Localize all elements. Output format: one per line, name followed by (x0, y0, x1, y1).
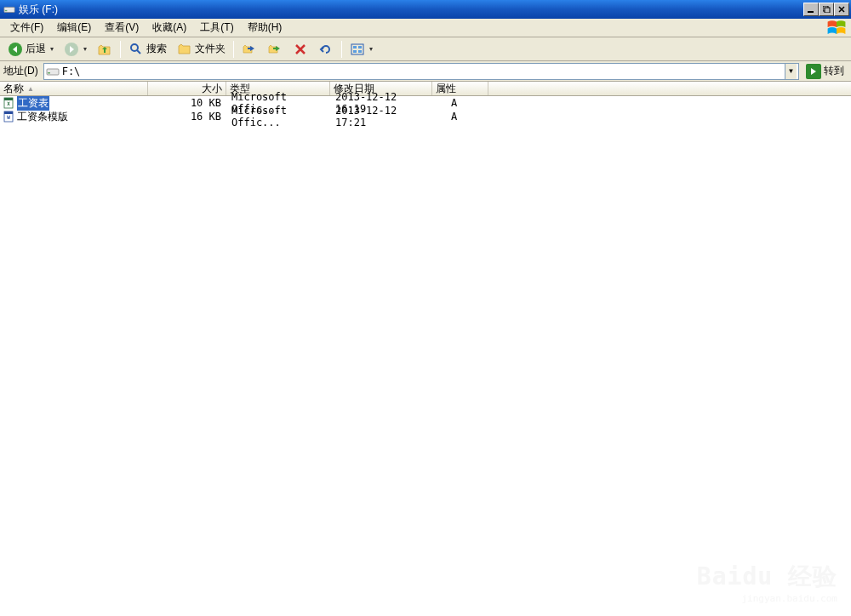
minimize-button[interactable] (803, 3, 819, 16)
window-title: 娱乐 (F:) (19, 3, 803, 17)
move-to-icon (242, 42, 257, 57)
search-icon (129, 42, 144, 57)
svg-rect-1 (5, 10, 8, 11)
address-bar: 地址(D) ▼ 转到 (0, 61, 851, 82)
toolbar-separator (233, 41, 234, 58)
svg-text:X: X (7, 100, 10, 106)
list-item[interactable]: W 工资条模版 16 KB Microsoft Offic... 2013-12… (0, 110, 851, 123)
toolbar-separator (341, 41, 342, 58)
address-label: 地址(D) (3, 64, 38, 78)
maximize-button[interactable] (819, 3, 834, 16)
search-label: 搜索 (146, 42, 167, 56)
menu-favorites[interactable]: 收藏(A) (146, 19, 193, 37)
file-type: Microsoft Offic... (226, 105, 330, 128)
folders-icon (177, 42, 192, 57)
search-button[interactable]: 搜索 (124, 40, 171, 59)
sort-ascending-icon: ▲ (27, 85, 34, 93)
go-label: 转到 (824, 64, 844, 78)
file-name: 工资表 (17, 96, 49, 111)
undo-icon (318, 42, 334, 57)
copy-to-button[interactable] (263, 40, 287, 59)
file-size: 10 KB (148, 97, 226, 109)
file-size: 16 KB (148, 111, 226, 123)
go-icon (806, 64, 821, 79)
up-button[interactable] (93, 40, 117, 59)
word-file-icon: W (3, 111, 14, 123)
file-attr: A (432, 97, 488, 109)
views-button[interactable] (346, 40, 377, 59)
drive-icon (46, 66, 60, 77)
address-dropdown-button[interactable]: ▼ (785, 64, 797, 79)
menu-view[interactable]: 查看(V) (98, 19, 146, 37)
undo-button[interactable] (314, 40, 338, 59)
address-input[interactable] (62, 66, 785, 77)
column-name[interactable]: 名称 ▲ (0, 82, 148, 95)
windows-flag-icon (825, 20, 848, 36)
folders-label: 文件夹 (195, 42, 226, 56)
forward-icon (64, 42, 79, 57)
file-name: 工资条模版 (17, 110, 68, 124)
menu-edit[interactable]: 编辑(E) (50, 19, 98, 37)
column-size[interactable]: 大小 (148, 82, 226, 95)
svg-rect-2 (808, 11, 814, 13)
svg-rect-8 (351, 44, 363, 54)
menu-tools[interactable]: 工具(T) (193, 19, 240, 37)
watermark: Baidu 经验 jingyan.baidu.com (697, 561, 837, 604)
views-icon (350, 42, 365, 57)
folders-button[interactable]: 文件夹 (173, 40, 230, 59)
up-folder-icon (97, 42, 112, 57)
svg-rect-4 (825, 8, 830, 13)
back-button[interactable]: 后退 (3, 40, 58, 59)
toolbar-separator (120, 41, 121, 58)
file-list[interactable]: X 工资表 10 KB Microsoft Offic... 2013-12-1… (0, 96, 851, 616)
excel-file-icon: X (3, 97, 14, 109)
file-modified: 2013-12-12 17:21 (330, 105, 432, 128)
svg-rect-11 (353, 50, 357, 53)
delete-button[interactable] (288, 40, 312, 59)
menu-file[interactable]: 文件(F) (3, 19, 50, 37)
svg-rect-12 (358, 50, 362, 53)
back-icon (8, 42, 23, 57)
svg-rect-0 (4, 7, 14, 12)
address-input-container[interactable]: ▼ (43, 63, 799, 80)
svg-rect-10 (358, 46, 362, 48)
move-to-button[interactable] (237, 40, 261, 59)
svg-rect-13 (47, 69, 59, 75)
svg-text:W: W (7, 114, 10, 120)
close-button[interactable] (834, 3, 849, 16)
menu-help[interactable]: 帮助(H) (241, 19, 289, 37)
svg-point-7 (131, 44, 138, 51)
forward-button[interactable] (60, 40, 91, 59)
menu-bar: 文件(F) 编辑(E) 查看(V) 收藏(A) 工具(T) 帮助(H) (0, 19, 851, 37)
file-attr: A (432, 111, 488, 123)
svg-rect-9 (353, 46, 357, 48)
drive-icon (3, 3, 15, 15)
column-attr[interactable]: 属性 (432, 82, 488, 95)
title-bar: 娱乐 (F:) (0, 0, 851, 19)
back-label: 后退 (26, 42, 46, 56)
copy-to-icon (267, 42, 283, 57)
delete-icon (293, 42, 308, 57)
svg-rect-14 (48, 72, 50, 74)
toolbar: 后退 搜索 文件夹 (0, 37, 851, 61)
go-button[interactable]: 转到 (802, 63, 848, 80)
